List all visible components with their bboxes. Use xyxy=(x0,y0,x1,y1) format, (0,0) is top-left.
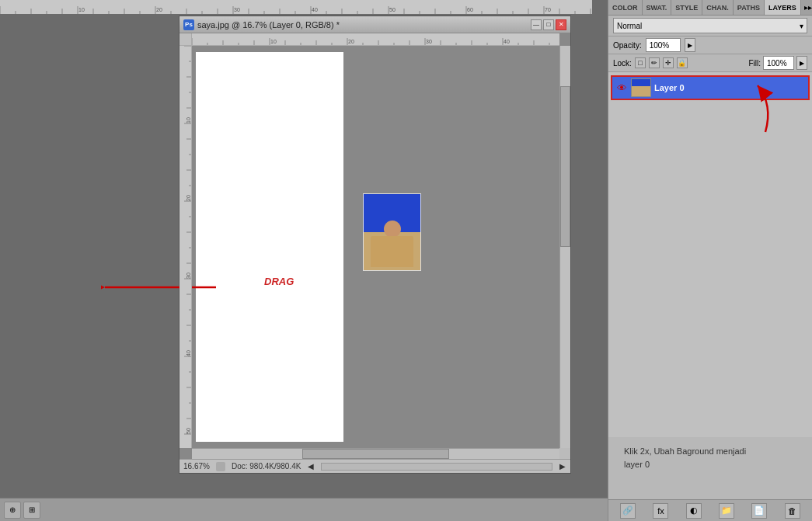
annotation-area: Klik 2x, Ubah Baground menjadi layer 0 xyxy=(608,437,812,499)
add-mask-button[interactable]: ◐ xyxy=(686,503,702,519)
right-panel: COLOR SWAT. STYLE CHAN. PATHS LAYERS ▸▸ … xyxy=(608,0,812,521)
tab-swatches[interactable]: SWAT. xyxy=(643,0,672,15)
scroll-bar-bottom[interactable] xyxy=(321,463,552,471)
lock-row: Lock: □ ✏ ✛ 🔒 Fill: 100% ▶ xyxy=(608,54,812,72)
opacity-input[interactable]: 100% xyxy=(646,38,681,52)
annotation-arrow xyxy=(711,74,789,136)
blend-mode-arrow: ▾ xyxy=(800,22,803,30)
tab-color[interactable]: COLOR xyxy=(608,0,643,15)
bottom-toolbar: ⊕ ⊞ xyxy=(0,498,608,521)
scrollbar-vertical[interactable] xyxy=(559,46,570,448)
toolbar-btn-2[interactable]: ⊞ xyxy=(23,502,40,519)
fill-label: Fill: xyxy=(748,59,761,68)
ps-icon: Ps xyxy=(183,19,194,30)
opacity-value: 100% xyxy=(650,41,670,50)
scrollbar-horizontal[interactable] xyxy=(192,448,559,459)
tab-paths[interactable]: PATHS xyxy=(734,0,765,15)
photo-on-canvas xyxy=(363,193,421,271)
window-controls: — □ ✕ xyxy=(531,19,566,30)
tab-channels[interactable]: CHAN. xyxy=(702,0,734,15)
close-button[interactable]: ✕ xyxy=(556,19,566,30)
blend-mode-row: Normal ▾ xyxy=(608,16,812,36)
lock-icon-paint[interactable]: ✏ xyxy=(649,57,660,68)
ruler-corner xyxy=(179,33,192,46)
drag-arrow xyxy=(101,280,218,295)
lock-icon-all[interactable]: 🔒 xyxy=(677,57,688,68)
doc-title: saya.jpg @ 16.7% (Layer 0, RGB/8) * xyxy=(197,20,340,30)
new-group-button[interactable]: 📁 xyxy=(719,503,734,519)
lock-icon-transparent[interactable]: □ xyxy=(635,57,646,68)
delete-layer-button[interactable]: 🗑 xyxy=(785,503,800,519)
layer-visibility-eye[interactable]: 👁 xyxy=(615,82,628,94)
fill-arrow[interactable]: ▶ xyxy=(796,56,807,70)
add-style-button[interactable]: fx xyxy=(653,503,668,519)
top-ruler-strip xyxy=(0,0,592,14)
opacity-row: Opacity: 100% ▶ xyxy=(608,36,812,54)
annotation-text: Klik 2x, Ubah Baground menjadi layer 0 xyxy=(624,445,804,471)
layer-thumbnail xyxy=(631,78,651,97)
canvas-content xyxy=(192,46,559,448)
doc-body xyxy=(179,33,570,459)
panel-tabs: COLOR SWAT. STYLE CHAN. PATHS LAYERS ▸▸ xyxy=(608,0,812,16)
blend-mode-select[interactable]: Normal ▾ xyxy=(613,18,807,33)
scroll-arrow-right[interactable]: ▶ xyxy=(559,463,566,471)
minimize-button[interactable]: — xyxy=(531,19,542,30)
drag-label: DRAG xyxy=(264,276,294,287)
horizontal-ruler xyxy=(192,33,559,46)
new-layer-button[interactable]: 📄 xyxy=(751,503,767,519)
vertical-ruler xyxy=(179,46,192,448)
lock-icon-move[interactable]: ✛ xyxy=(663,57,674,68)
blend-mode-value: Normal xyxy=(617,22,642,30)
maximize-button[interactable]: □ xyxy=(543,19,554,30)
scroll-corner xyxy=(559,448,570,459)
zoom-value: 16.67% xyxy=(183,462,210,471)
link-layers-button[interactable]: 🔗 xyxy=(620,503,636,519)
scroll-arrow-left[interactable]: ◀ xyxy=(307,463,315,471)
doc-titlebar: Ps saya.jpg @ 16.7% (Layer 0, RGB/8) * —… xyxy=(179,16,570,33)
fill-input[interactable]: 100% xyxy=(763,56,794,70)
opacity-label: Opacity: xyxy=(613,41,642,50)
panel-collapse[interactable]: ▸▸ xyxy=(801,0,812,15)
white-paper xyxy=(196,52,343,442)
fill-value: 100% xyxy=(767,59,787,68)
tab-layers[interactable]: LAYERS xyxy=(765,0,801,15)
opacity-arrow[interactable]: ▶ xyxy=(685,38,695,52)
fill-group: Fill: 100% ▶ xyxy=(748,56,807,70)
tab-styles[interactable]: STYLE xyxy=(671,0,702,15)
lock-label: Lock: xyxy=(613,59,632,68)
statusbar: 16.67% Doc: 980.4K/980.4K ◀ ▶ xyxy=(179,459,570,473)
toolbar-btn-1[interactable]: ⊕ xyxy=(4,502,21,519)
document-window: Ps saya.jpg @ 16.7% (Layer 0, RGB/8) * —… xyxy=(179,16,571,474)
layers-bottom-bar: 🔗 fx ◐ 📁 📄 🗑 xyxy=(608,499,812,521)
status-icon xyxy=(216,462,225,471)
doc-size: Doc: 980.4K/980.4K xyxy=(232,462,301,471)
